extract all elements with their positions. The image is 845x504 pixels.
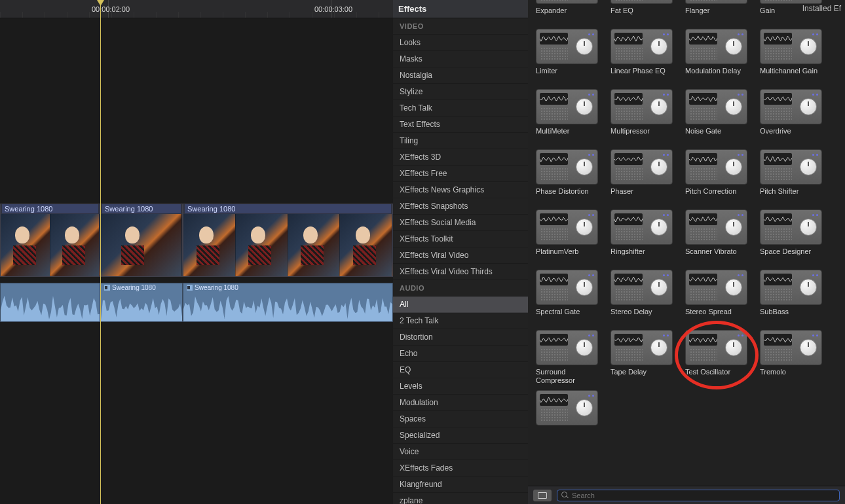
effect-item[interactable]: Fat EQ: [610, 4, 676, 24]
effect-item[interactable]: Tape Delay: [610, 330, 676, 385]
category-item[interactable]: Tiling: [393, 133, 528, 149]
category-item[interactable]: Nostalgia: [393, 67, 528, 84]
effect-thumbnail[interactable]: [536, 149, 598, 185]
effect-item[interactable]: [536, 390, 601, 445]
playhead[interactable]: [100, 0, 101, 504]
category-item[interactable]: Distortion: [393, 329, 528, 346]
effect-item[interactable]: Flanger: [685, 4, 751, 24]
category-item[interactable]: Levels: [393, 378, 528, 395]
effect-item[interactable]: Pitch Correction: [685, 149, 751, 204]
timeline-ruler[interactable]: 00:00:02:0000:00:03:00: [0, 0, 393, 18]
category-item[interactable]: XEffects News Graphics: [393, 182, 528, 198]
effect-item[interactable]: Stereo Spread: [685, 270, 751, 325]
effect-thumbnail[interactable]: [760, 149, 822, 185]
effect-item[interactable]: PlatinumVerb: [536, 209, 601, 264]
effect-item[interactable]: Surround Compressor: [536, 330, 601, 385]
category-item[interactable]: Masks: [393, 51, 528, 67]
effect-item[interactable]: Stereo Delay: [610, 270, 676, 325]
effect-thumbnail[interactable]: [760, 330, 822, 365]
effect-item[interactable]: Scanner Vibrato: [685, 209, 751, 264]
effect-thumbnail[interactable]: [760, 0, 822, 4]
effect-thumbnail[interactable]: [685, 330, 747, 365]
category-item[interactable]: Modulation: [393, 395, 528, 411]
audio-clip[interactable]: Swearing 1080: [183, 283, 393, 322]
category-item[interactable]: XEffects Social Media: [393, 215, 528, 231]
category-item[interactable]: XEffects Fades: [393, 460, 528, 477]
effect-item[interactable]: Multichannel Gain: [760, 29, 825, 84]
category-item[interactable]: zplane: [393, 493, 528, 504]
category-item[interactable]: Spaces: [393, 411, 528, 427]
audio-clip[interactable]: [0, 283, 100, 322]
category-item[interactable]: Specialized: [393, 427, 528, 444]
category-item[interactable]: Voice: [393, 444, 528, 460]
search-input[interactable]: [572, 492, 835, 499]
video-clip[interactable]: Swearing 1080: [100, 204, 183, 277]
effect-item[interactable]: Expander: [536, 4, 601, 24]
effect-thumbnail[interactable]: [610, 330, 673, 365]
effect-thumbnail[interactable]: [536, 209, 598, 245]
search-field-wrapper[interactable]: [557, 490, 840, 501]
category-item[interactable]: XEffects Viral Video: [393, 247, 528, 264]
effects-grid[interactable]: ExpanderFat EQFlangerGainLimiterLinear P…: [528, 0, 845, 486]
effects-category-list[interactable]: VIDEOLooksMasksNostalgiaStylizeTech Talk…: [393, 18, 528, 504]
effect-item[interactable]: Multipressor: [610, 89, 676, 144]
category-item[interactable]: XEffects Free: [393, 166, 528, 182]
effect-thumbnail[interactable]: [685, 89, 747, 124]
effect-item[interactable]: Phaser: [610, 149, 676, 204]
effect-thumbnail[interactable]: [760, 29, 822, 64]
effect-thumbnail[interactable]: [610, 270, 673, 305]
thumbnail-toggle-button[interactable]: [533, 490, 552, 501]
effect-item[interactable]: MultiMeter: [536, 89, 601, 144]
installed-effects-label[interactable]: Installed Ef: [798, 3, 845, 14]
effect-thumbnail[interactable]: [536, 270, 598, 305]
effect-thumbnail[interactable]: [536, 390, 598, 425]
category-item[interactable]: XEffects Viral Video Thirds: [393, 264, 528, 280]
effect-thumbnail[interactable]: [536, 330, 598, 365]
category-item[interactable]: Text Effects: [393, 117, 528, 133]
effect-thumbnail[interactable]: [685, 149, 747, 185]
effect-item[interactable]: Pitch Shifter: [760, 149, 825, 204]
category-item[interactable]: XEffects Toolkit: [393, 231, 528, 247]
effect-item[interactable]: Noise Gate: [685, 89, 751, 144]
category-item[interactable]: EQ: [393, 362, 528, 378]
effect-thumbnail[interactable]: [685, 209, 747, 245]
effect-thumbnail[interactable]: [685, 0, 747, 4]
effect-item[interactable]: Overdrive: [760, 89, 825, 144]
effect-thumbnail[interactable]: [760, 89, 822, 124]
video-clip[interactable]: Swearing 1080: [0, 204, 100, 277]
effect-thumbnail[interactable]: [760, 270, 822, 305]
effect-item[interactable]: Test Oscillator: [685, 330, 751, 385]
effect-item[interactable]: Spectral Gate: [536, 270, 601, 325]
effect-thumbnail[interactable]: [536, 89, 598, 124]
effect-item[interactable]: Ringshifter: [610, 209, 676, 264]
category-item[interactable]: Klangfreund: [393, 477, 528, 493]
category-item[interactable]: Looks: [393, 35, 528, 51]
category-item[interactable]: XEffects 3D: [393, 149, 528, 166]
effect-thumbnail[interactable]: [610, 0, 673, 4]
effect-item[interactable]: Linear Phase EQ: [610, 29, 676, 84]
category-item[interactable]: Echo: [393, 346, 528, 362]
effect-thumbnail[interactable]: [685, 270, 747, 305]
effect-item[interactable]: Phase Distortion: [536, 149, 601, 204]
category-item[interactable]: 2 Tech Talk: [393, 313, 528, 329]
audio-clip[interactable]: Swearing 1080: [100, 283, 183, 322]
effect-item[interactable]: Modulation Delay: [685, 29, 751, 84]
effect-thumbnail[interactable]: [610, 149, 673, 185]
effect-thumbnail[interactable]: [610, 89, 673, 124]
effect-item[interactable]: Tremolo: [760, 330, 825, 385]
effect-thumbnail[interactable]: [760, 209, 822, 245]
effect-thumbnail[interactable]: [536, 0, 598, 4]
effect-thumbnail[interactable]: [610, 29, 673, 64]
effect-thumbnail[interactable]: [610, 209, 673, 245]
effect-thumbnail[interactable]: [685, 29, 747, 64]
effect-item[interactable]: Limiter: [536, 29, 601, 84]
effect-item[interactable]: SubBass: [760, 270, 825, 325]
video-clip[interactable]: Swearing 1080: [183, 204, 393, 277]
effect-item[interactable]: Space Designer: [760, 209, 825, 264]
category-item[interactable]: XEffects Snapshots: [393, 198, 528, 215]
category-item[interactable]: All: [393, 297, 528, 313]
timeline-body[interactable]: Swearing 1080Swearing 1080Swearing 1080 …: [0, 18, 393, 504]
category-item[interactable]: Stylize: [393, 84, 528, 100]
category-item[interactable]: Tech Talk: [393, 100, 528, 117]
effect-thumbnail[interactable]: [536, 29, 598, 64]
